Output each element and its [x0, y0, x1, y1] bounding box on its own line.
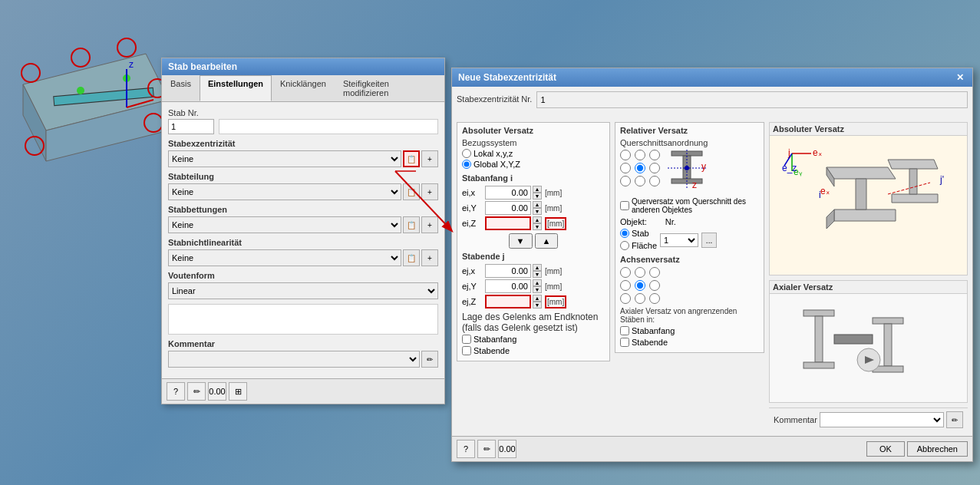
ei-y-up[interactable]: ▲ [533, 201, 542, 208]
stabexzentrizitaet-edit-btn[interactable]: 📋 [403, 150, 420, 167]
stabnichtlinearitaet-select[interactable]: Keine [168, 249, 401, 266]
neue-help-btn[interactable]: ? [457, 440, 475, 458]
qr-tc[interactable] [635, 150, 645, 160]
tab-einstellungen[interactable]: Einstellungen [200, 75, 272, 101]
ej-x-input[interactable] [485, 264, 531, 278]
vis-axialer-panel: Axialer Versatz [769, 280, 968, 403]
ibeam-preview: z y [668, 150, 706, 194]
radio-stab-row: Stab [620, 229, 657, 238]
ej-y-up[interactable]: ▲ [533, 279, 542, 286]
ach-6[interactable] [649, 280, 660, 291]
ej-x-down[interactable]: ▼ [533, 271, 542, 278]
stabteilung-add-btn[interactable]: + [421, 183, 438, 200]
stabbettungen-edit-btn[interactable]: 📋 [403, 216, 420, 233]
stab-nr-input[interactable] [168, 119, 214, 134]
nr-select[interactable]: 1 [660, 233, 698, 247]
ej-z-down[interactable]: ▼ [533, 302, 542, 308]
dialog-stab: Stab bearbeiten Basis Einstellungen Knic… [161, 58, 445, 404]
querversatz-input[interactable] [620, 201, 629, 210]
ej-x-up[interactable]: ▲ [533, 264, 542, 271]
toolbar-table-btn[interactable]: ⊞ [229, 382, 247, 401]
radio-lokal-input[interactable] [462, 149, 471, 158]
close-button[interactable]: ✕ [954, 71, 966, 84]
ei-y-down[interactable]: ▼ [533, 208, 542, 215]
toolbar-zero-btn[interactable]: 0.00 [208, 382, 226, 401]
qr-tl[interactable] [620, 150, 631, 160]
ach-9[interactable] [649, 293, 660, 304]
ok-button[interactable]: OK [866, 441, 905, 457]
ei-z-input[interactable] [485, 216, 531, 230]
ej-z-up[interactable]: ▲ [533, 295, 542, 302]
neue-kommentar-btn[interactable]: ✏ [946, 411, 963, 428]
ach-4[interactable] [620, 280, 631, 291]
qr-br[interactable] [649, 176, 660, 186]
ei-z-down[interactable]: ▼ [533, 223, 542, 230]
svg-text:z: z [129, 59, 134, 70]
down-arrow-btn[interactable]: ▼ [509, 233, 533, 249]
neue-left-panel: Absoluter Versatz Bezugssystem Lokal x,y… [457, 122, 610, 431]
toolbar-help-btn[interactable]: ? [167, 382, 185, 401]
tab-basis[interactable]: Basis [162, 75, 200, 101]
relativer-versatz-section: Relativer Versatz Querschnittsanordnung [615, 122, 764, 353]
stabnichtlinearitaet-edit-btn[interactable]: 📋 [403, 249, 420, 266]
ei-y-input[interactable] [485, 201, 531, 215]
toolbar-edit-btn[interactable]: ✏ [187, 382, 206, 401]
qr-mr[interactable] [649, 163, 660, 173]
kommentar-btn[interactable]: ✏ [421, 351, 438, 368]
neue-edit-btn[interactable]: ✏ [477, 440, 496, 458]
tab-steifigkeiten[interactable]: Steifigkeiten modifizieren [335, 75, 444, 101]
ach-5[interactable] [635, 280, 645, 291]
vis-absoluter-content: j eₓ eᵧ e_z [770, 136, 967, 275]
stabexzentrizitaet-label: Stabexzentrizität [168, 139, 438, 148]
stabexz-nr-input[interactable] [540, 95, 571, 104]
radio-flaeche-input[interactable] [620, 241, 629, 250]
check-stabanfang-ax-input[interactable] [620, 326, 629, 335]
check-stabanfang-input[interactable] [462, 335, 471, 344]
ach-7[interactable] [620, 293, 631, 304]
ei-x-up[interactable]: ▲ [533, 186, 542, 193]
qr-mc[interactable] [635, 163, 645, 173]
stabbettungen-select[interactable]: Keine [168, 216, 401, 233]
check-stabende-ax-input[interactable] [620, 338, 629, 347]
ej-y-down[interactable]: ▼ [533, 286, 542, 293]
radio-stab-input[interactable] [620, 229, 629, 238]
ei-x-down[interactable]: ▼ [533, 193, 542, 200]
cancel-button[interactable]: Abbrechen [907, 441, 968, 457]
ei-x-input[interactable] [485, 186, 531, 200]
qr-bc[interactable] [635, 176, 645, 186]
stabexzentrizitaet-add-btn[interactable]: + [421, 150, 438, 167]
ej-z-unit: [mm] [545, 295, 566, 308]
ach-3[interactable] [649, 267, 660, 278]
tab-knicklaengen[interactable]: Knicklängen [272, 75, 335, 101]
querschnitt-grid [620, 150, 662, 186]
ach-1[interactable] [620, 267, 631, 278]
stabbettungen-add-btn[interactable]: + [421, 216, 438, 233]
stabteilung-edit-btn[interactable]: 📋 [403, 183, 420, 200]
ej-y-input[interactable] [485, 279, 531, 293]
up-arrow-btn[interactable]: ▲ [535, 233, 559, 249]
voutenform-select[interactable]: Linear [168, 282, 438, 299]
neue-body: Absoluter Versatz Bezugssystem Lokal x,y… [452, 117, 972, 436]
check-stabende: Stabende [462, 346, 605, 355]
vis-absoluter-panel: Absoluter Versatz j eₓ eᵧ e_z [769, 122, 968, 275]
ei-z-up[interactable]: ▲ [533, 216, 542, 223]
qr-ml[interactable] [620, 163, 631, 173]
nr-browse-btn[interactable]: ... [701, 233, 717, 248]
radio-global-input[interactable] [462, 160, 471, 169]
dialog-stab-title-text: Stab bearbeiten [168, 61, 237, 72]
check-stabende-input[interactable] [462, 346, 471, 355]
svg-rect-43 [815, 316, 823, 362]
neue-zero-btn[interactable]: 0.00 [498, 440, 516, 458]
svg-rect-48 [834, 335, 873, 344]
ach-8[interactable] [635, 293, 645, 304]
stabnichtlinearitaet-add-btn[interactable]: + [421, 249, 438, 266]
stabteilung-select[interactable]: Keine [168, 183, 401, 200]
ach-2[interactable] [635, 267, 645, 278]
ej-z-input[interactable] [485, 295, 531, 308]
kommentar-select[interactable] [168, 351, 420, 368]
stabexzentrizitaet-select[interactable]: Keine [168, 150, 401, 167]
svg-rect-44 [803, 362, 834, 368]
qr-tr[interactable] [649, 150, 660, 160]
qr-bl[interactable] [620, 176, 631, 186]
neue-kommentar-select[interactable] [820, 412, 944, 427]
